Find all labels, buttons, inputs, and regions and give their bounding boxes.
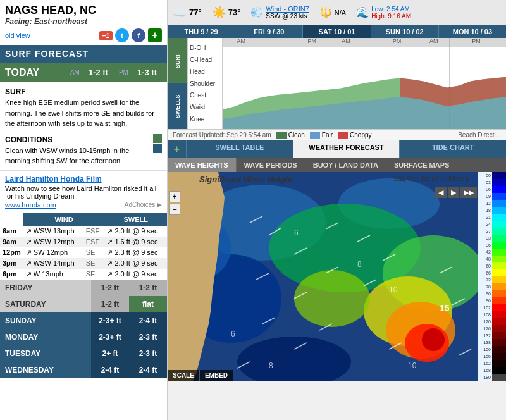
date-column[interactable]: FRI 9 / 30 [235, 25, 303, 38]
buoy-value: N/A [335, 9, 346, 16]
legend-clean: Clean [276, 132, 305, 139]
legend-fair-box [310, 132, 320, 139]
zoom-in-button[interactable]: + [169, 191, 180, 202]
chart-content: AM PM AM PM AM PM [223, 38, 506, 129]
am-marker: AM [237, 38, 245, 44]
swell-val-cell: ↗ 2.0 ft @ 9 sec [104, 258, 167, 269]
date-column[interactable]: SAT 10 / 01 [303, 25, 371, 38]
scale-number: 90 [478, 290, 492, 297]
wave-tab[interactable]: WAVE HEIGHTS [168, 158, 237, 172]
forecast-day: SUNDAY [0, 312, 91, 329]
swell-dir-cell: SE [83, 258, 105, 269]
forecast-row: TUESDAY 2+ ft 2-3 ft [0, 345, 167, 362]
wind-icon: 💨 [250, 6, 263, 18]
chart-area: SURF SWELLS D-OHO-HeadHeadShoulderChestW… [168, 38, 506, 130]
scale-number: 06 [478, 186, 492, 193]
swell-dir-cell: ESE [83, 237, 105, 247]
scale-color-segment [492, 304, 506, 311]
swell-dir-cell: ESE [83, 226, 105, 237]
wave-tab[interactable]: WAVE PERIODS [237, 158, 305, 172]
break-label: Chest [190, 92, 220, 99]
svg-point-12 [422, 328, 445, 351]
date-column[interactable]: MON 10 / 03 [439, 25, 506, 38]
scale-color-segment [492, 172, 506, 179]
scale-color-segment [492, 179, 506, 186]
wind-swell-table: WIND SWELL 6am ↗ WSW 13mph ESE ↗ 2.0 ft … [0, 213, 167, 280]
forecast-day: WEDNESDAY [0, 362, 91, 378]
time-cell: 3pm [0, 258, 23, 269]
forecast-row: MONDAY 2-3+ ft 2-3 ft [0, 329, 167, 345]
legend-clean-box [276, 132, 287, 139]
nav-play-button[interactable]: ▶ [448, 187, 459, 198]
surf-text: Knee high ESE medium period swell for th… [5, 97, 162, 129]
scale-color-segment [492, 207, 506, 214]
zoom-out-button[interactable]: − [169, 204, 180, 215]
wind-swell-row: 6am ↗ WSW 13mph ESE ↗ 2.0 ft @ 9 sec [0, 226, 167, 237]
scale-color-segment [492, 297, 506, 304]
wind-link[interactable]: Wind - ORIN7 [266, 5, 309, 13]
wind-cell: ↗ W 13mph [23, 269, 83, 280]
tide-high: High: 9:16 AM [371, 13, 411, 20]
svg-text:6: 6 [231, 330, 235, 338]
date-column[interactable]: SUN 10 / 02 [371, 25, 439, 38]
tab-weather-forecast[interactable]: WEATHER FORECAST [293, 140, 400, 158]
facebook-button[interactable]: f [132, 28, 145, 42]
scale-color-segment [492, 353, 506, 360]
cloud-temperature: 77° [189, 8, 202, 17]
scale-color-segment [492, 318, 506, 325]
embed-button[interactable]: EMBED [200, 370, 233, 381]
scale-number: 09 [478, 193, 492, 200]
tab-tide-chart[interactable]: TIDE CHART [400, 140, 506, 158]
map-title: Significant Wave Height [199, 175, 293, 184]
legend-choppy: Choppy [338, 132, 371, 139]
nav-forward-button[interactable]: ▶▶ [460, 187, 477, 198]
ad-url[interactable]: www.honda.com [5, 201, 56, 209]
sun-temperature: 73° [228, 8, 241, 17]
beach-direction: Beach Directi... [458, 132, 501, 139]
wave-tab[interactable]: BUOY / LAND DATA [305, 158, 386, 172]
ad-title[interactable]: Laird Hamilton Honda Film [5, 175, 162, 183]
tab-swell-table[interactable]: SWELL TABLE [187, 140, 293, 158]
scale-number: 108 [478, 311, 492, 318]
tide-low: Low: 2:54 AM [371, 6, 411, 13]
sun-icon: ☀️ [212, 6, 226, 20]
location-header: NAGS HEAD, NC Facing: East-northeast [0, 0, 167, 27]
right-panel: ☁️ 77° ☀️ 73° 💨 Wind - ORIN7 SSW @ 23 kt… [168, 0, 506, 420]
twitter-button[interactable]: t [115, 28, 129, 42]
condition-icon-swell [153, 144, 162, 153]
add-button[interactable]: + [148, 28, 162, 42]
scale-number: 24 [478, 221, 492, 228]
forecast-day: MONDAY [0, 329, 91, 345]
date-column[interactable]: THU 9 / 29 [168, 25, 235, 38]
scale-number: 168 [478, 367, 492, 374]
forecast-pm-value: flat [129, 296, 167, 312]
nav-back-button[interactable]: ◀ [435, 187, 447, 198]
google-plus-button[interactable]: +1 [99, 31, 113, 40]
forecast-rows: FRIDAY 1-2 ft 1-2 ft SATURDAY 1-2 ft fla… [0, 280, 167, 378]
break-label: D-OH [190, 44, 220, 51]
scale-color-segment [492, 332, 506, 339]
nav-arrows: ◀ ▶ ▶▶ [434, 186, 478, 199]
break-label: O-Head [190, 56, 220, 63]
wave-tab[interactable]: SURFACE MAPS [386, 158, 457, 172]
conditions-text: Clean with WSW winds 10-15mph in the mor… [5, 145, 151, 166]
time-cell: 6pm [0, 269, 23, 280]
forecast-pm-value: 2-3 ft [129, 329, 167, 345]
scale-number: 150 [478, 346, 492, 353]
cloud-icon: ☁️ [173, 6, 187, 20]
scale-numbers-col: 0003060912182124273336424860667278909610… [478, 172, 492, 381]
tab-plus[interactable]: + [168, 140, 187, 158]
scale-color-segment [492, 283, 506, 290]
forecast-updated: Forecast Updated: Sep 29 5:54 am [173, 132, 271, 139]
forecast-pm-value: 2-4 ft [129, 312, 167, 329]
scale-color-segment [492, 374, 506, 381]
old-view-link[interactable]: old view [5, 32, 30, 39]
scale-number: 27 [478, 228, 492, 235]
scale-number: 96 [478, 297, 492, 304]
swell-header: SWELL [104, 213, 167, 226]
ad-choices[interactable]: AdChoices ▶ [125, 201, 162, 208]
scale-number: 33 [478, 235, 492, 242]
location-name: NAGS HEAD, NC [5, 4, 162, 17]
scale-number: 60 [478, 262, 492, 269]
scale-button[interactable]: SCALE [168, 370, 200, 381]
